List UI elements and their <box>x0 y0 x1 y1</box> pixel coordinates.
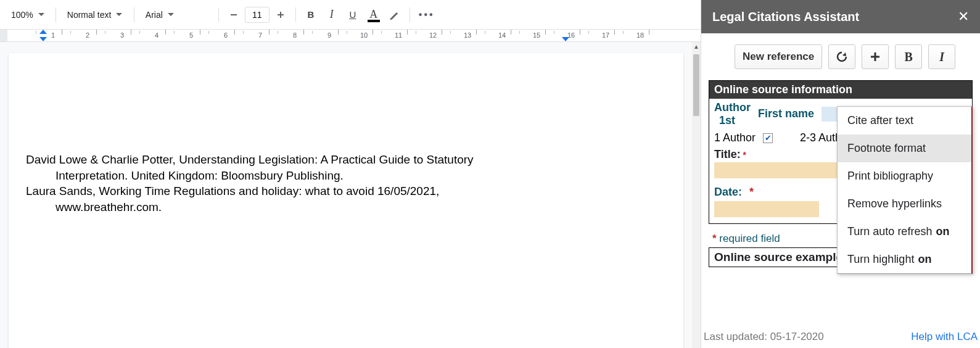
ruler-label: 12 <box>429 31 437 39</box>
refresh-icon <box>836 51 848 63</box>
ruler-label: 7 <box>258 31 262 39</box>
ruler-label: 14 <box>498 31 506 39</box>
highlight-color-button[interactable] <box>385 5 405 25</box>
paragraph[interactable]: David Lowe & Charlie Potter, Understandi… <box>26 152 666 183</box>
vertical-scrollbar[interactable]: ▲ <box>692 42 701 348</box>
addon-sidebar: Legal Citations Assistant ✕ New referenc… <box>701 0 980 348</box>
chevron-down-icon <box>38 13 44 16</box>
one-author-checkbox[interactable]: ✔ <box>763 133 773 143</box>
ruler-label: 13 <box>464 31 471 39</box>
svg-rect-0 <box>231 14 237 15</box>
ruler-label: 10 <box>360 31 368 39</box>
panel-title: Online source information <box>714 83 852 96</box>
two-three-authors-label: 2-3 Auth <box>800 131 841 144</box>
menu-cite-after-text[interactable]: Cite after text <box>838 107 971 135</box>
close-icon[interactable]: ✕ <box>958 9 969 25</box>
svg-rect-4 <box>871 56 879 58</box>
add-button[interactable] <box>862 44 889 69</box>
required-star: * <box>749 186 754 199</box>
panel-header: Online source information <box>709 81 972 99</box>
more-options-button[interactable]: ••• <box>415 5 439 25</box>
svg-rect-2 <box>280 12 281 18</box>
date-input[interactable] <box>714 201 819 217</box>
document-page[interactable]: David Lowe & Charlie Potter, Understandi… <box>9 53 683 348</box>
text-line: Laura Sands, Working Time Regulations an… <box>26 184 439 197</box>
document-area: David Lowe & Charlie Potter, Understandi… <box>0 42 692 348</box>
underline-button[interactable]: U <box>343 5 363 25</box>
new-reference-button[interactable]: New reference <box>735 44 822 69</box>
ruler-label: 4 <box>155 31 159 39</box>
paragraph[interactable]: Laura Sands, Working Time Regulations an… <box>26 183 666 215</box>
font-size-input[interactable] <box>245 7 270 23</box>
required-star: * <box>743 150 746 160</box>
refresh-button[interactable] <box>828 44 855 69</box>
ruler-label: 5 <box>189 31 193 39</box>
bold-button[interactable]: B <box>301 5 321 25</box>
separator <box>218 7 219 22</box>
separator <box>295 7 296 22</box>
zoom-value: 100% <box>11 10 33 20</box>
ruler-label: 6 <box>224 31 228 39</box>
ruler-label: 11 <box>395 31 402 39</box>
increase-font-size-button[interactable] <box>271 5 290 25</box>
zoom-select[interactable]: 100% <box>5 5 51 25</box>
menu-highlight[interactable]: Turn highlight on <box>838 246 971 273</box>
separator <box>134 7 134 22</box>
scroll-thumb[interactable] <box>693 54 699 116</box>
sidebar-header: Legal Citations Assistant ✕ <box>701 0 980 33</box>
ruler-label: 16 <box>567 31 575 39</box>
date-label: Date: <box>714 186 742 199</box>
options-dropdown: Cite after text Footnote format Print bi… <box>837 106 973 274</box>
ruler-label: 2 <box>86 31 89 39</box>
first-name-label: First name <box>758 107 814 120</box>
paragraph-style-select[interactable]: Normal text <box>61 5 129 25</box>
bold-style-button[interactable]: B <box>895 44 922 69</box>
separator <box>56 7 56 22</box>
text-line: www.breathehr.com. <box>26 199 666 215</box>
menu-remove-hyperlinks[interactable]: Remove hyperlinks <box>838 190 971 218</box>
help-link[interactable]: Help with LCA <box>911 331 978 343</box>
ruler-label: 18 <box>636 31 644 39</box>
plus-icon <box>870 51 881 62</box>
scroll-up-button[interactable]: ▲ <box>692 42 701 51</box>
ruler-label: 9 <box>327 31 331 39</box>
ruler-margin <box>0 30 7 41</box>
ruler-label: 17 <box>602 31 609 39</box>
author-1st-label: Author 1st <box>714 101 751 126</box>
text-color-button[interactable]: A <box>364 5 384 25</box>
chevron-down-icon <box>168 13 174 16</box>
menu-footnote-format[interactable]: Footnote format <box>838 135 971 162</box>
title-label: Title: <box>714 148 741 160</box>
ruler-label: 1 <box>51 31 55 39</box>
ruler-label: 3 <box>120 31 124 39</box>
style-value: Normal text <box>67 10 112 20</box>
sidebar-footer: Last updated: 05-17-2020 Help with LCA <box>701 331 980 348</box>
sidebar-title: Legal Citations Assistant <box>712 10 859 24</box>
menu-print-bibliography[interactable]: Print bibliography <box>838 162 971 190</box>
chevron-down-icon <box>116 13 122 16</box>
new-reference-label: New reference <box>743 51 814 63</box>
examples-label: Online source examples <box>714 251 849 263</box>
text-line: Interpretation. United Kingdom: Bloomsbu… <box>26 168 666 184</box>
highlighter-icon <box>389 9 401 21</box>
ruler-label: 8 <box>293 31 297 39</box>
italic-style-button[interactable]: I <box>928 44 955 69</box>
last-updated-label: Last updated: 05-17-2020 <box>704 331 824 343</box>
decrease-font-size-button[interactable] <box>224 5 244 25</box>
font-value: Arial <box>146 10 163 20</box>
text-line: David Lowe & Charlie Potter, Understandi… <box>26 153 474 166</box>
separator <box>410 7 410 22</box>
menu-auto-refresh[interactable]: Turn auto refresh on <box>838 218 971 246</box>
one-author-label: 1 Author <box>714 131 756 144</box>
ruler-label: 15 <box>533 31 540 39</box>
italic-button[interactable]: I <box>322 5 342 25</box>
font-select[interactable]: Arial <box>139 5 213 25</box>
sidebar-toolbar: New reference B I <box>709 44 973 69</box>
